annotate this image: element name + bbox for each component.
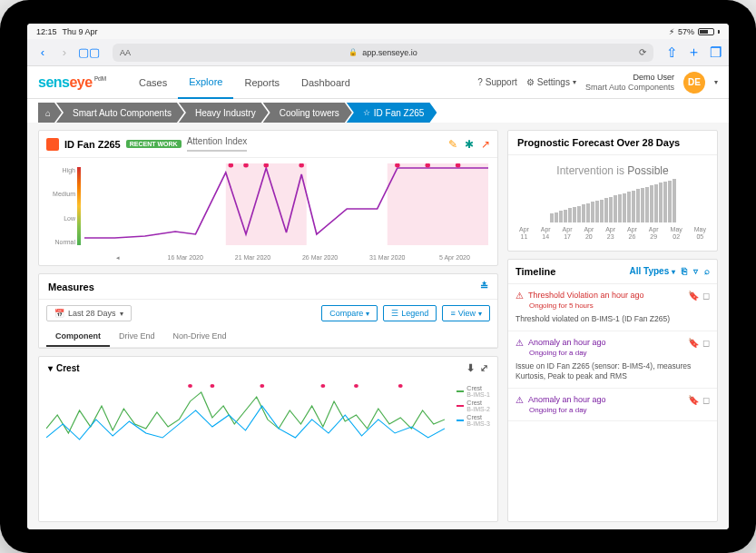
svg-rect-1 (388, 163, 488, 245)
alert-icon: ⚠ (515, 395, 524, 405)
tab-dashboard[interactable]: Dashboard (290, 66, 361, 99)
crest-legend: CrestB-IMS-1 CrestB-IMS-2 CrestB-IMS-3 (457, 385, 490, 429)
bookmark-outline-icon[interactable]: ◻ (702, 291, 710, 301)
tab-reports[interactable]: Reports (233, 66, 290, 99)
timeline-item[interactable]: ⚠Anomaly an hour ago🔖◻Ongoing for a dayI… (508, 331, 717, 389)
crumb-2[interactable]: Heavy Industry (179, 103, 269, 123)
wrench-icon[interactable]: ✱ (465, 138, 474, 151)
back-button[interactable]: ‹ (34, 44, 51, 61)
browser-toolbar: ‹ › ▢▢ AA 🔒 app.senseye.io ⟳ ⇧ ＋ ❐ (27, 39, 729, 66)
expand-icon[interactable]: ⤢ (480, 362, 488, 374)
prognostic-bars (515, 186, 710, 222)
alert-icon: ⚠ (515, 338, 524, 348)
bookmarks-icon[interactable]: ▢▢ (78, 45, 100, 59)
asset-name: ID Fan Z265 (64, 139, 121, 150)
support-link[interactable]: ?Support (477, 77, 517, 87)
svg-point-9 (188, 384, 192, 388)
help-icon: ? (477, 77, 483, 87)
charge-icon: ⚡︎ (669, 27, 674, 36)
share-icon[interactable]: ⇧ (666, 44, 678, 61)
legend-button[interactable]: ☰ Legend (383, 305, 437, 321)
attention-card: ID Fan Z265 RECENT WORK Attention Index … (38, 130, 498, 266)
date-range-dropdown[interactable]: 📅 Last 28 Days ▾ (46, 305, 132, 321)
timeline-title: Timeline (515, 266, 555, 277)
chevron-down-icon[interactable]: ▾ (48, 363, 53, 373)
timeline-funnel-icon[interactable]: ▿ (693, 266, 698, 276)
attention-tab[interactable]: Attention Index (187, 136, 248, 152)
recent-work-badge: RECENT WORK (126, 140, 182, 148)
reload-icon[interactable]: ⟳ (639, 47, 646, 57)
battery-pct: 57% (678, 27, 694, 36)
user-menu-caret[interactable]: ▾ (714, 78, 718, 86)
crest-chart[interactable]: CrestB-IMS-1 CrestB-IMS-2 CrestB-IMS-3 (39, 380, 497, 450)
gear-icon: ⚙ (526, 77, 535, 87)
timeline-item[interactable]: ⚠Threshold Violation an hour ago🔖◻Ongoin… (508, 284, 717, 331)
compare-button[interactable]: Compare ▾ (321, 305, 378, 321)
bookmark-outline-icon[interactable]: ◻ (702, 395, 710, 405)
filter-icon[interactable]: ≛ (480, 281, 488, 292)
status-time: 12:15 (36, 27, 57, 36)
lock-icon: 🔒 (349, 48, 358, 56)
bookmark-icon[interactable]: 🔖 (688, 338, 699, 348)
prognostic-text: Intervention is Possible (515, 164, 710, 177)
crumb-3[interactable]: Cooling towers (263, 103, 352, 123)
svg-point-12 (320, 384, 325, 388)
crumb-home[interactable]: ⌂ (38, 103, 62, 123)
severity-bar (77, 167, 81, 245)
avatar[interactable]: DE (683, 72, 705, 94)
status-bar: 12:15 Thu 9 Apr ⚡︎ 57% (27, 24, 729, 39)
tabs-icon[interactable]: ❐ (710, 44, 722, 61)
external-icon[interactable]: ↗ (481, 138, 490, 151)
view-button[interactable]: ≡ View ▾ (442, 305, 490, 321)
mtab-nondrive[interactable]: Non-Drive End (164, 327, 236, 347)
tab-explore[interactable]: Explore (178, 66, 233, 99)
svg-point-10 (210, 384, 214, 388)
bookmark-outline-icon[interactable]: ◻ (702, 338, 710, 348)
battery-icon (698, 28, 714, 35)
measures-title: Measures (48, 281, 94, 292)
timeline-copy-icon[interactable]: ⎘ (682, 266, 687, 276)
edit-icon[interactable]: ✎ (448, 138, 457, 151)
logo[interactable]: senseyePdM (38, 74, 106, 91)
settings-menu[interactable]: ⚙Settings▾ (526, 77, 576, 87)
timeline-search-icon[interactable]: ⌕ (704, 266, 710, 276)
asset-icon (46, 138, 59, 151)
breadcrumb: ⌂ Smart Auto Components Heavy Industry C… (27, 99, 729, 123)
app-header: senseyePdM Cases Explore Reports Dashboa… (27, 66, 729, 99)
bookmark-icon[interactable]: 🔖 (688, 291, 699, 301)
text-size-button[interactable]: AA (120, 48, 131, 57)
url-bar[interactable]: AA 🔒 app.senseye.io ⟳ (113, 44, 653, 62)
crumb-4[interactable]: ☆ID Fan Z265 (347, 103, 437, 123)
url-text: app.senseye.io (362, 48, 417, 57)
mtab-component[interactable]: Component (46, 327, 110, 347)
prognostic-card: Prognostic Forecast Over 28 Days Interve… (507, 130, 718, 252)
status-date: Thu 9 Apr (63, 27, 98, 36)
svg-point-14 (398, 384, 403, 388)
svg-point-11 (260, 384, 264, 388)
user-info: Demo User Smart Auto Components (585, 73, 674, 93)
new-tab-icon[interactable]: ＋ (687, 44, 701, 61)
nav-tabs: Cases Explore Reports Dashboard (128, 66, 361, 99)
mtab-drive[interactable]: Drive End (110, 327, 164, 347)
timeline-filter-type[interactable]: All Types ▾ (630, 266, 676, 276)
timeline-item[interactable]: ⚠Anomaly an hour ago🔖◻Ongoing for a day (508, 389, 717, 421)
forward-button[interactable]: › (56, 44, 73, 61)
tab-cases[interactable]: Cases (128, 66, 178, 99)
timeline-card: Timeline All Types ▾ ⎘ ▿ ⌕ ⚠Threshold Vi… (507, 259, 718, 522)
measures-card: Measures ≛ 📅 Last 28 Days ▾ Compare ▾ ☰ … (38, 273, 498, 349)
alert-icon: ⚠ (515, 291, 524, 301)
star-icon: ☆ (363, 108, 370, 117)
attention-chart[interactable]: High Medium Low Normal ◂ 16 Mar 2020 21 … (39, 158, 497, 265)
crest-card: ▾ Crest ⬇ ⤢ CrestB-IMS-1 CrestB-IMS-2 Cr… (38, 356, 498, 522)
svg-point-13 (354, 384, 358, 388)
prognostic-title: Prognostic Forecast Over 28 Days (508, 131, 717, 155)
bookmark-icon[interactable]: 🔖 (688, 395, 699, 405)
export-icon[interactable]: ⬇ (466, 362, 475, 374)
crumb-1[interactable]: Smart Auto Components (56, 103, 184, 123)
crest-title: Crest (56, 363, 80, 373)
